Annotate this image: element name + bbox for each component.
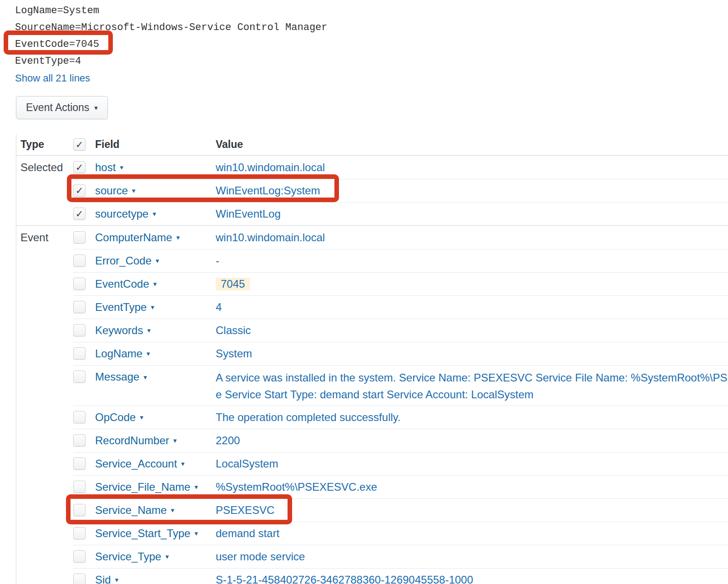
- show-all-lines-link[interactable]: Show all 21 lines: [15, 70, 90, 86]
- field-row-recordnumber: RecordNumber▾2200: [16, 429, 728, 452]
- field-value-opcode[interactable]: The operation completed successfully.: [216, 411, 400, 423]
- raw-line-logname: LogName=System: [15, 2, 328, 19]
- field-name-label: sourcetype: [95, 208, 148, 220]
- field-name-label: Service_Type: [95, 550, 161, 563]
- field-name-label: Service_Start_Type: [95, 527, 190, 540]
- field-name-service-name[interactable]: Service_Name▾: [95, 504, 174, 517]
- field-name-host[interactable]: host▾: [95, 161, 123, 174]
- field-value-error-code[interactable]: -: [216, 254, 219, 267]
- field-value-recordnumber[interactable]: 2200: [216, 434, 240, 447]
- field-value-service-type[interactable]: user mode service: [216, 550, 305, 563]
- field-name-keywords[interactable]: Keywords▾: [95, 324, 151, 337]
- checkmark-icon: ✓: [76, 209, 84, 218]
- field-value-host[interactable]: win10.windomain.local: [216, 161, 325, 173]
- field-value-service-account[interactable]: LocalSystem: [216, 457, 278, 470]
- field-value-logname[interactable]: System: [216, 347, 252, 360]
- field-value-sourcetype[interactable]: WinEventLog: [216, 208, 281, 220]
- checkbox-eventtype[interactable]: [73, 301, 86, 313]
- field-value-computername[interactable]: win10.windomain.local: [216, 231, 325, 244]
- field-row-error-code: Error_Code▾-: [16, 249, 728, 272]
- checkmark-icon: ✓: [76, 186, 84, 195]
- field-name-computername[interactable]: ComputerName▾: [95, 231, 180, 244]
- field-name-label: Service_Account: [95, 457, 177, 470]
- field-name-label: RecordNumber: [95, 434, 169, 447]
- checkbox-eventcode[interactable]: [73, 278, 86, 290]
- field-name-sourcetype[interactable]: sourcetype▾: [95, 208, 156, 220]
- header-field: Field: [95, 138, 216, 151]
- field-row-sid: Sid▾S-1-5-21-458402726-3462788360-126904…: [16, 568, 728, 584]
- checkbox-recordnumber[interactable]: [73, 434, 86, 447]
- field-name-label: Service_File_Name: [95, 481, 190, 493]
- field-name-label: LogName: [95, 347, 142, 360]
- header-value: Value: [216, 138, 728, 151]
- checkmark-icon: ✓: [76, 140, 84, 149]
- field-name-service-type[interactable]: Service_Type▾: [95, 550, 169, 563]
- raw-line-eventcode: EventCode=7045: [15, 36, 328, 53]
- field-name-label: Error_Code: [95, 254, 152, 267]
- checkbox-service-name[interactable]: [73, 504, 86, 516]
- field-name-label: Keywords: [95, 324, 143, 337]
- field-row-source: ✓source▾WinEventLog:System: [16, 179, 728, 202]
- checkbox-computername[interactable]: [73, 231, 86, 244]
- field-value-source[interactable]: WinEventLog:System: [216, 184, 320, 197]
- field-value-sid[interactable]: S-1-5-21-458402726-3462788360-1269045558…: [216, 574, 473, 584]
- caret-down-icon: ▾: [115, 576, 119, 583]
- checkbox-service-account[interactable]: [73, 457, 86, 470]
- field-value-keywords[interactable]: Classic: [216, 324, 251, 336]
- field-name-eventcode[interactable]: EventCode▾: [95, 278, 157, 290]
- field-row-service-name: Service_Name▾PSEXESVC: [16, 498, 728, 522]
- field-name-recordnumber[interactable]: RecordNumber▾: [95, 434, 177, 447]
- checkbox-sourcetype[interactable]: ✓: [73, 208, 86, 220]
- field-name-label: ComputerName: [95, 231, 172, 244]
- field-name-sid[interactable]: Sid▾: [95, 574, 118, 584]
- header-type: Type: [16, 138, 73, 151]
- field-name-logname[interactable]: LogName▾: [95, 347, 150, 360]
- fields-table-header: Type ✓ Field Value: [16, 134, 728, 156]
- caret-down-icon: ▾: [156, 257, 159, 264]
- field-row-opcode: OpCode▾The operation completed successfu…: [16, 406, 728, 429]
- caret-down-icon: ▾: [147, 327, 151, 334]
- checkbox-host[interactable]: ✓: [73, 161, 86, 173]
- field-row-eventtype: EventType▾4: [16, 295, 728, 319]
- checkbox-service-type[interactable]: [73, 550, 86, 563]
- checkbox-opcode[interactable]: [73, 411, 86, 423]
- field-name-label: EventCode: [95, 278, 149, 290]
- checkbox-source[interactable]: ✓: [73, 184, 86, 197]
- checkbox-sid[interactable]: [73, 574, 86, 584]
- field-name-opcode[interactable]: OpCode▾: [95, 411, 143, 424]
- caret-down-icon: ▾: [171, 507, 174, 513]
- field-row-eventcode: EventCode▾7045: [16, 272, 728, 295]
- checkbox-service-start-type[interactable]: [73, 527, 86, 539]
- field-name-label: Service_Name: [95, 504, 167, 517]
- field-row-service-file-name: Service_File_Name▾%SystemRoot%\PSEXESVC.…: [16, 475, 728, 498]
- field-name-service-account[interactable]: Service_Account▾: [95, 457, 185, 470]
- event-actions-button[interactable]: Event Actions ▾: [16, 96, 108, 119]
- caret-down-icon: ▾: [132, 187, 136, 194]
- fields-table: Type ✓ Field Value Selected✓host▾win10.w…: [16, 134, 728, 584]
- field-name-label: OpCode: [95, 411, 136, 424]
- field-name-service-file-name[interactable]: Service_File_Name▾: [95, 481, 198, 493]
- field-name-eventtype[interactable]: EventType▾: [95, 301, 154, 314]
- checkbox-keywords[interactable]: [73, 324, 86, 336]
- field-value-message-line-1[interactable]: A service was installed in the system. S…: [216, 369, 728, 386]
- field-value-message-line-2[interactable]: e Service Start Type: demand start Servi…: [216, 386, 728, 403]
- field-row-computername: EventComputerName▾win10.windomain.local: [16, 226, 728, 249]
- field-name-message[interactable]: Message▾: [95, 371, 147, 383]
- field-name-label: Sid: [95, 574, 111, 584]
- select-all-checkbox[interactable]: ✓: [73, 138, 86, 151]
- checkbox-error-code[interactable]: [73, 254, 86, 267]
- field-value-eventtype[interactable]: 4: [216, 301, 222, 313]
- checkbox-message[interactable]: [73, 371, 86, 383]
- checkbox-service-file-name[interactable]: [73, 481, 86, 493]
- field-value-eventcode[interactable]: 7045: [216, 278, 250, 290]
- field-name-source[interactable]: source▾: [95, 184, 136, 197]
- field-value-service-name[interactable]: PSEXESVC: [216, 504, 274, 516]
- field-name-service-start-type[interactable]: Service_Start_Type▾: [95, 527, 198, 540]
- checkbox-logname[interactable]: [73, 347, 86, 360]
- type-label: Event: [20, 231, 48, 244]
- field-value-service-start-type[interactable]: demand start: [216, 527, 279, 539]
- field-row-logname: LogName▾System: [16, 342, 728, 365]
- field-name-error-code[interactable]: Error_Code▾: [95, 254, 159, 267]
- field-name-label: EventType: [95, 301, 147, 314]
- field-value-service-file-name[interactable]: %SystemRoot%\PSEXESVC.exe: [216, 481, 377, 493]
